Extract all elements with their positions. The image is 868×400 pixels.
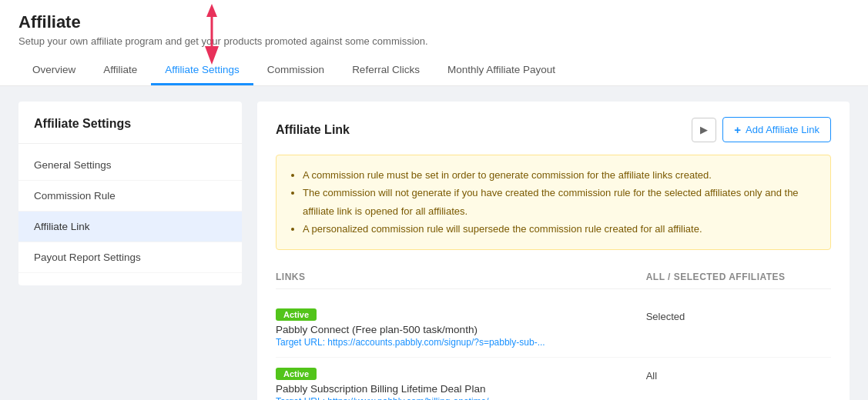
main-content: Affiliate Link ▶ + Add Affiliate Link A … (257, 102, 850, 400)
table-row: Active Pabbly Connect (Free plan-500 tas… (276, 298, 831, 358)
section-title: Affiliate Link (276, 123, 350, 137)
link-info-2: Active Pabbly Subscription Billing Lifet… (276, 367, 646, 400)
tab-monthly-affiliate-payout[interactable]: Monthly Affiliate Payout (434, 56, 569, 85)
status-badge-2: Active (276, 368, 317, 380)
link-info-1: Active Pabbly Connect (Free plan-500 tas… (276, 308, 646, 348)
affiliates-info-1: Selected (646, 308, 831, 322)
info-message-2: The commission will not generate if you … (303, 184, 818, 220)
info-message-3: A personalized commission rule will supe… (303, 220, 818, 238)
sidebar-item-affiliate-link[interactable]: Affiliate Link (18, 212, 242, 242)
link-url-2: Target URL: https://www.pabbly.com/billi… (276, 396, 646, 400)
sidebar: Affiliate Settings General Settings Comm… (18, 102, 242, 285)
video-button[interactable]: ▶ (692, 118, 716, 142)
page-subtitle: Setup your own affiliate program and get… (18, 35, 850, 47)
tab-affiliate-settings[interactable]: Affiliate Settings (151, 56, 253, 85)
add-button-label: Add Affiliate Link (746, 124, 819, 135)
tab-affiliate[interactable]: Affiliate (89, 56, 151, 85)
link-name-1: Pabbly Connect (Free plan-500 task/month… (276, 324, 646, 335)
tab-commission[interactable]: Commission (253, 56, 338, 85)
table-header: LINKS ALL / SELECTED AFFILIATES (276, 265, 831, 289)
affiliates-info-2: All (646, 367, 831, 382)
link-url-1: Target URL: https://accounts.pabbly.com/… (276, 337, 646, 348)
info-message-1: A commission rule must be set in order t… (303, 166, 818, 184)
sidebar-title: Affiliate Settings (18, 117, 242, 144)
section-header: Affiliate Link ▶ + Add Affiliate Link (276, 117, 831, 142)
video-icon: ▶ (700, 124, 708, 135)
col-affiliates-header: ALL / SELECTED AFFILIATES (646, 272, 831, 282)
table-row: Active Pabbly Subscription Billing Lifet… (276, 358, 831, 400)
page-title: Affiliate (18, 12, 850, 32)
info-box: A commission rule must be set in order t… (276, 155, 831, 250)
link-name-2: Pabbly Subscription Billing Lifetime Dea… (276, 383, 646, 395)
tab-overview[interactable]: Overview (18, 56, 89, 85)
tab-referral-clicks[interactable]: Referral Clicks (338, 56, 434, 85)
sidebar-item-commission-rule[interactable]: Commission Rule (18, 181, 242, 212)
add-affiliate-link-button[interactable]: + Add Affiliate Link (722, 117, 831, 142)
plus-icon: + (734, 123, 741, 136)
status-badge-1: Active (276, 308, 317, 321)
content-area: Affiliate Settings General Settings Comm… (0, 86, 868, 400)
header-actions: ▶ + Add Affiliate Link (692, 117, 831, 142)
nav-tabs: Overview Affiliate Affiliate Settings Co… (18, 56, 850, 85)
sidebar-item-general-settings[interactable]: General Settings (18, 150, 242, 181)
col-links-header: LINKS (276, 272, 646, 282)
sidebar-item-payout-report-settings[interactable]: Payout Report Settings (18, 242, 242, 273)
